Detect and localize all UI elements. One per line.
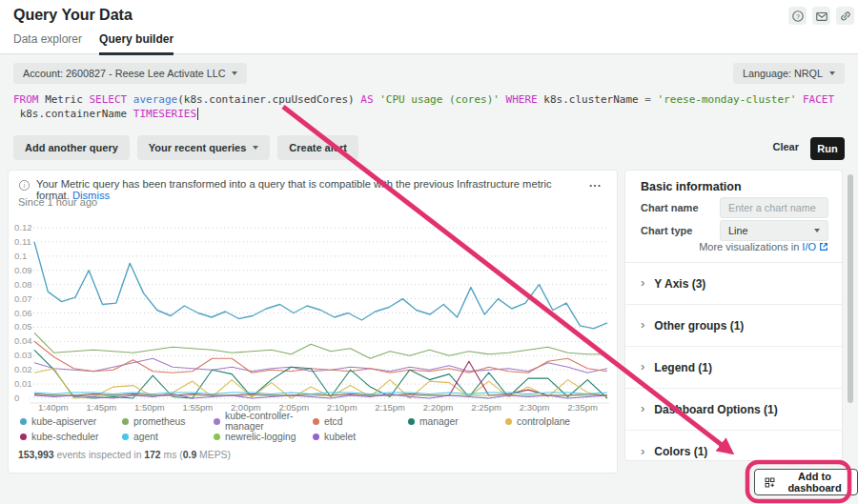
y-axis-tick: 0.05 <box>14 321 32 332</box>
section-y-axis-3[interactable]: ›Y Axis (3) <box>625 263 842 305</box>
query-token: FROM <box>13 93 45 106</box>
query-actions: Add another query Your recent queries Cr… <box>13 135 358 160</box>
tab-query-builder[interactable]: Query builder <box>99 32 174 55</box>
more-visualizations-text: More visualizations in <box>699 241 799 252</box>
legend-item-kubelet[interactable]: kubelet <box>313 430 408 443</box>
help-icon[interactable]: ? <box>788 7 807 25</box>
section-legend-1[interactable]: ›Legend (1) <box>625 347 842 389</box>
y-axis-tick: 0 <box>14 393 19 403</box>
x-axis-tick: 1:50pm <box>134 402 165 413</box>
chevron-down-icon <box>253 146 258 150</box>
clear-button[interactable]: Clear <box>772 141 799 152</box>
section-label: Legend (1) <box>654 361 712 374</box>
legend-item-kube-apiserver[interactable]: kube-apiserver <box>20 414 122 428</box>
legend-dot <box>313 433 319 440</box>
more-options-button[interactable]: ... <box>589 176 602 190</box>
section-colors-1[interactable]: ›Colors (1) <box>625 431 842 473</box>
query-token: k8s.containerName <box>13 108 133 120</box>
y-axis-tick: 0.02 <box>14 364 32 374</box>
section-label: Colors (1) <box>654 445 707 458</box>
text-cursor <box>197 108 198 120</box>
legend-item-prometheus[interactable]: prometheus <box>122 414 214 428</box>
chevron-down-icon <box>829 71 835 75</box>
x-axis-tick: 2:30pm <box>520 402 550 413</box>
legend-item-manager[interactable]: manager <box>408 414 505 428</box>
add-to-dashboard-button[interactable]: Add to dashboard <box>754 469 858 495</box>
more-visualizations: More visualizations in I/O <box>699 241 828 252</box>
x-axis-tick: 2:35pm <box>567 402 598 413</box>
query-token: 'reese-monday-cluster' <box>658 93 803 106</box>
options-sections: ›Y Axis (3)›Other groups (1)›Legend (1)›… <box>625 263 842 473</box>
account-picker[interactable]: Account: 2600827 - Reese Lee Activate LL… <box>13 63 247 84</box>
y-axis-tick: 0.01 <box>14 378 32 389</box>
legend-item-agent[interactable]: agent <box>122 430 214 443</box>
link-icon[interactable] <box>836 7 854 25</box>
chart-name-label: Chart name <box>641 202 699 213</box>
chart-name-input[interactable] <box>720 197 828 218</box>
legend-dot <box>20 418 27 425</box>
query-token: k8s.clusterName <box>543 93 644 106</box>
section-label: Dashboard Options (1) <box>654 403 777 416</box>
nrql-query-editor[interactable]: FROM Metric SELECT average(k8s.container… <box>13 92 848 121</box>
legend-dot <box>313 418 319 425</box>
x-axis-tick: 2:10pm <box>327 402 358 413</box>
chart-legend: kube-apiserverprometheuskube-controller-… <box>20 414 609 443</box>
run-button[interactable]: Run <box>810 137 845 160</box>
tab-data-explorer[interactable]: Data explorer <box>13 32 82 55</box>
query-token: average <box>133 93 177 106</box>
legend-label: controlplane <box>517 416 570 427</box>
chevron-right-icon: › <box>641 317 644 332</box>
x-axis-tick: 2:15pm <box>375 402 405 413</box>
legend-item-newrelic-logging[interactable]: newrelic-logging <box>214 430 313 443</box>
x-axis-tick: 2:25pm <box>471 402 501 413</box>
basic-information-title: Basic information <box>641 180 742 193</box>
legend-label: newrelic-logging <box>225 432 296 442</box>
y-axis-tick: 0.09 <box>14 265 32 275</box>
chart-type-select[interactable]: Line <box>720 220 828 241</box>
create-alert-button[interactable]: Create alert <box>277 135 358 160</box>
legend-dot <box>505 418 512 425</box>
y-axis-tick: 0.03 <box>14 350 32 360</box>
query-token: 'CPU usage (cores)' <box>379 93 505 106</box>
timeseries-chart[interactable]: 00.010.020.030.040.050.060.070.080.090.1… <box>9 209 617 413</box>
language-picker[interactable]: Language: NRQL <box>733 63 845 84</box>
header-icon-group: ? <box>788 7 854 25</box>
legend-item-controlplane[interactable]: controlplane <box>505 414 609 428</box>
x-axis-tick: 1:55pm <box>182 402 213 413</box>
legend-item-kube-scheduler[interactable]: kube-scheduler <box>20 430 122 443</box>
info-icon: i <box>18 179 31 192</box>
query-token: AS <box>360 93 379 106</box>
chevron-right-icon: › <box>641 359 644 373</box>
chevron-right-icon: › <box>641 275 644 290</box>
query-stats-segment: events inspected in <box>54 450 145 460</box>
legend-item-kube-controller-manager[interactable]: kube-controller-manager <box>214 414 313 428</box>
legend-dot <box>122 418 129 425</box>
legend-item-etcd[interactable]: etcd <box>313 414 408 428</box>
query-stats-segment: 153,993 <box>18 450 54 460</box>
series-line-agent <box>34 393 607 394</box>
chart-options-panel: Basic information Chart name Chart type … <box>624 170 843 461</box>
add-another-query-button[interactable]: Add another query <box>13 135 130 160</box>
y-axis-tick: 0.06 <box>14 308 32 318</box>
query-token: TIMESERIES <box>133 108 196 120</box>
legend-label: agent <box>133 432 158 442</box>
chevron-down-icon <box>814 229 820 232</box>
legend-dot <box>20 433 27 440</box>
section-other-groups-1[interactable]: ›Other groups (1) <box>625 305 842 347</box>
section-dashboard-options-1[interactable]: ›Dashboard Options (1) <box>625 389 842 431</box>
series-line-kube-controller-manager <box>34 358 607 373</box>
transform-notice: i Your Metric query has been transformed… <box>18 178 571 201</box>
email-icon[interactable] <box>812 7 830 25</box>
io-link[interactable]: I/O <box>802 241 816 252</box>
query-token: FACET <box>803 93 834 106</box>
account-picker-label: Account: 2600827 - Reese Lee Activate LL… <box>23 68 225 79</box>
page-header: Query Your Data ? Data explorer Query bu… <box>0 0 858 54</box>
page-scrollbar[interactable] <box>848 174 853 403</box>
query-token: SELECT <box>89 93 133 106</box>
recent-queries-button[interactable]: Your recent queries <box>137 135 271 160</box>
query-stats-segment: ms <box>161 450 180 460</box>
query-stats-segment: 172 <box>144 450 160 460</box>
tab-bar: Data explorer Query builder <box>13 32 174 55</box>
legend-label: kube-apiserver <box>31 416 96 427</box>
y-axis-tick: 0.11 <box>14 236 31 247</box>
